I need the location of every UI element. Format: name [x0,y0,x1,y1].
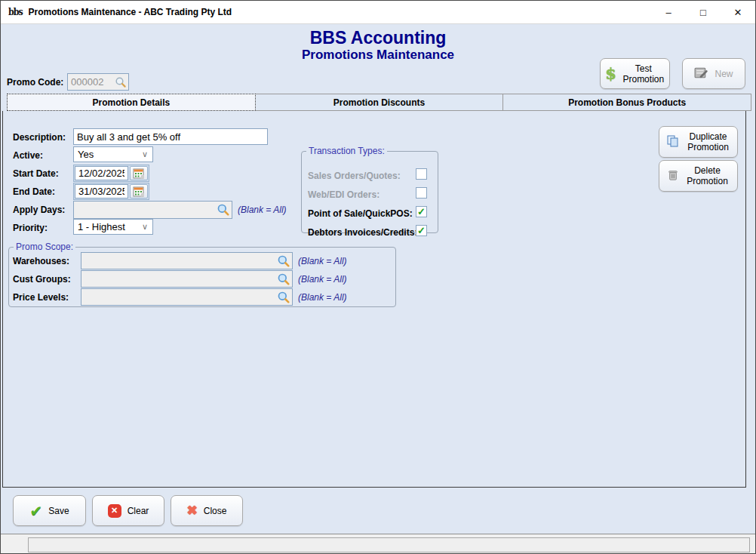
warehouses-input[interactable] [81,253,274,269]
active-label: Active: [13,150,43,161]
clear-button[interactable]: ✕ Clear [92,495,164,526]
save-check-icon: ✔ [29,502,42,520]
trash-icon [667,169,679,183]
tab-promotion-details[interactable]: Promotion Details [7,94,256,111]
close-button[interactable]: ✖ Close [171,495,243,526]
tab-promotion-discounts[interactable]: Promotion Discounts [256,94,504,111]
end-date-field [73,183,149,200]
window-title: Promotions Maintenance - ABC Trading Pty… [29,7,232,17]
priority-select-value: 1 - Highest [78,221,125,232]
dollar-icon: $ [605,64,616,83]
tab-promotion-bonus-products[interactable]: Promotion Bonus Products [503,94,751,111]
cust-groups-input[interactable] [81,271,274,287]
web-edi-orders-checkbox[interactable]: ✓ [416,187,427,199]
cust-groups-note: (Blank = All) [298,274,347,285]
sales-orders-checkbox[interactable]: ✓ [416,168,427,180]
duplicate-promotion-button[interactable]: Duplicate Promotion [659,126,738,158]
save-button[interactable]: ✔ Save [13,495,86,526]
calendar-icon [133,168,145,180]
transaction-types-group: Transaction Types: Sales Orders/Quotes: … [301,146,438,233]
transaction-type-row: Debtors Invoices/Credits: ✓ [308,225,432,242]
apply-days-input[interactable] [74,202,214,218]
new-button[interactable]: New [682,58,745,89]
clear-icon: ✕ [108,504,121,518]
debtors-invoices-label: Debtors Invoices/Credits: [308,227,417,238]
active-select-value: Yes [78,149,94,160]
price-levels-note: (Blank = All) [298,292,347,303]
point-of-sale-label: Point of Sale/QuickPOS: [308,208,413,219]
delete-promotion-label: Delete Promotion [685,165,730,186]
chevron-down-icon: ∨ [142,149,148,159]
price-levels-input[interactable] [81,289,274,305]
apply-days-field[interactable] [73,201,232,219]
active-select[interactable]: Yes ∨ [73,146,153,162]
titlebar: bbs Promotions Maintenance - ABC Trading… [1,1,755,24]
minimize-button[interactable]: – [651,1,686,24]
priority-select[interactable]: 1 - Highest ∨ [73,219,153,235]
app-logo-icon: bbs [8,7,23,17]
debtors-invoices-checkbox[interactable]: ✓ [416,225,427,236]
price-levels-label: Price Levels: [13,292,69,303]
sales-orders-label: Sales Orders/Quotes: [308,171,401,181]
price-levels-field[interactable] [81,288,293,306]
start-date-input[interactable] [75,166,128,180]
clear-button-label: Clear [128,506,149,516]
warehouses-label: Warehouses: [13,256,69,266]
cust-groups-field[interactable] [81,270,293,288]
transaction-types-legend: Transaction Types: [306,146,387,156]
duplicate-promotion-label: Duplicate Promotion [686,131,731,152]
transaction-type-row: Sales Orders/Quotes: ✓ [308,168,432,185]
web-edi-orders-label: Web/EDI Orders: [308,189,380,200]
test-promotion-button[interactable]: $ Test Promotion [600,58,670,89]
save-button-label: Save [48,506,69,516]
window-controls: – □ ✕ [651,1,755,24]
promo-scope-legend: Promo Scope: [14,242,75,252]
description-input[interactable] [73,128,268,145]
search-icon[interactable] [277,272,290,286]
end-date-calendar-button[interactable] [130,184,148,199]
delete-promotion-button[interactable]: Delete Promotion [659,160,738,192]
cust-groups-label: Cust Groups: [13,274,71,285]
duplicate-icon [666,134,680,150]
search-icon[interactable] [217,203,230,217]
end-date-input[interactable] [75,184,128,199]
start-date-calendar-button[interactable] [130,166,148,180]
start-date-label: Start Date: [13,168,59,179]
warehouses-field[interactable] [81,252,293,269]
search-icon[interactable] [115,76,127,88]
start-date-field [73,165,149,182]
status-bar [1,534,755,554]
app-window: bbs Promotions Maintenance - ABC Trading… [0,0,756,554]
test-promotion-label: Test Promotion [622,63,665,85]
warehouses-note: (Blank = All) [298,256,347,266]
search-icon[interactable] [277,254,290,268]
close-x-icon: ✖ [187,503,198,519]
new-record-icon [694,66,708,82]
promo-code-field[interactable] [67,73,129,91]
apply-days-label: Apply Days: [13,205,65,215]
close-button-label: Close [204,506,227,516]
new-button-label: New [715,69,733,79]
description-label: Description: [13,132,66,143]
point-of-sale-checkbox[interactable]: ✓ [416,206,427,217]
maximize-button[interactable]: □ [686,1,721,24]
transaction-type-row: Point of Sale/QuickPOS: ✓ [308,206,432,223]
tab-bar: Promotion Details Promotion Discounts Pr… [7,94,751,111]
promo-code-label: Promo Code: [7,77,63,88]
app-title: BBS Accounting [1,28,755,48]
apply-days-note: (Blank = All) [238,205,287,215]
end-date-label: End Date: [13,186,55,197]
status-message-panel [28,537,750,552]
chevron-down-icon: ∨ [142,222,148,232]
promo-code-input[interactable] [68,74,110,90]
search-icon[interactable] [277,291,290,304]
priority-label: Priority: [13,223,48,233]
transaction-type-row: Web/EDI Orders: ✓ [308,187,432,204]
calendar-icon [133,186,145,198]
close-window-button[interactable]: ✕ [721,1,755,24]
